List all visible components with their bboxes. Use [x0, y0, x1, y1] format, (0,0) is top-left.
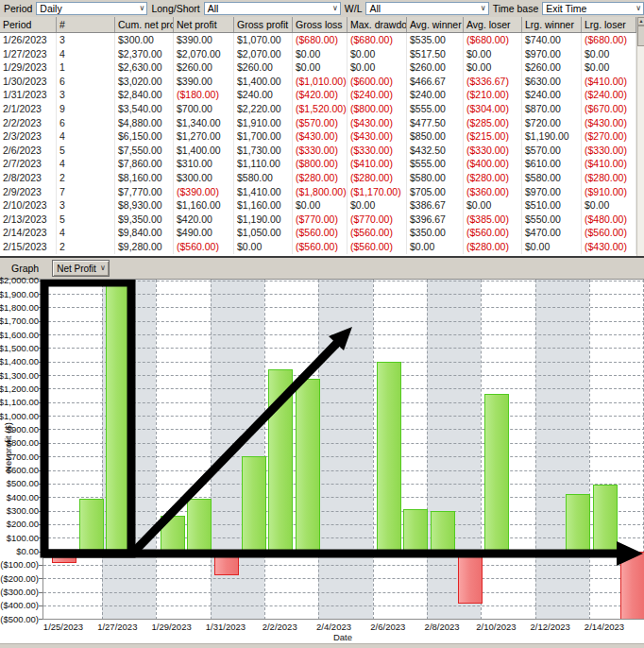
- column-header-avg-winner[interactable]: Avg. winner: [407, 17, 464, 32]
- table-row[interactable]: 2/9/20237$7,770.00($390.00)$1,410.00($1,…: [0, 185, 644, 199]
- table-row[interactable]: 1/26/20233$300.00$390.00$1,070.00($680.0…: [0, 33, 644, 47]
- table-cell: $550.00: [522, 213, 582, 227]
- table-cell: $420.00: [174, 213, 234, 227]
- table-cell: $1,400.00: [174, 144, 234, 158]
- net-profit-bar[interactable]: [458, 552, 483, 605]
- net-profit-bar[interactable]: [431, 511, 455, 552]
- scroll-up-icon[interactable]: ▲: [637, 17, 644, 26]
- table-cell: $517.50: [407, 47, 464, 61]
- table-cell: ($360.00): [464, 185, 522, 199]
- table-row[interactable]: 2/6/20235$7,550.00$1,400.00$1,730.00($33…: [0, 144, 644, 158]
- column-header-lrg-loser[interactable]: Lrg. loser: [582, 17, 636, 32]
- column-header-max-drawdow[interactable]: Max. drawdow: [347, 17, 407, 32]
- window-bottom-edge: [0, 643, 644, 648]
- chevron-down-icon: ∨: [636, 5, 641, 12]
- y-axis-tick-label: $1,000.00: [0, 411, 39, 421]
- column-header-net-profit[interactable]: Net profit: [174, 17, 234, 32]
- table-row[interactable]: 1/27/20234$2,370.00$2,070.00$2,070.00$0.…: [0, 47, 644, 61]
- y-axis-tick-label: $100.00: [0, 533, 39, 543]
- column-header-avg-loser[interactable]: Avg. loser: [464, 17, 522, 32]
- table-cell: 2/3/2023: [0, 129, 57, 144]
- table-cell: $470.00: [522, 226, 582, 240]
- net-profit-chart: Net profit ($) $2,000.00$1,900.00$1,800.…: [0, 280, 644, 643]
- column-header-lrg-winner[interactable]: Lrg. winner: [522, 17, 582, 32]
- table-row[interactable]: 2/13/20235$9,350.00$420.00$1,190.00($770…: [0, 213, 644, 227]
- table-row[interactable]: 2/8/20232$8,160.00$300.00$580.00($280.00…: [0, 171, 644, 185]
- table-cell: ($1,170.00): [347, 185, 407, 199]
- y-axis-tick-label: $400.00: [0, 492, 39, 503]
- horizontal-gridline: [43, 307, 644, 308]
- table-cell: ($670.00): [582, 102, 636, 116]
- net-profit-bar[interactable]: [566, 494, 590, 551]
- period-select[interactable]: Daily ∨: [36, 2, 147, 15]
- table-row[interactable]: 2/7/20234$7,860.00$310.00$1,110.00($800.…: [0, 157, 644, 171]
- table-cell: ($430.00): [347, 129, 407, 144]
- table-cell: 2/13/2023: [0, 213, 57, 227]
- table-cell: 1: [57, 60, 115, 75]
- table-row[interactable]: 2/1/20239$3,540.00$700.00$2,220.00($1,52…: [0, 102, 644, 116]
- table-cell: $0.00: [582, 198, 636, 213]
- table-cell: $0.00: [234, 240, 293, 254]
- net-profit-bar[interactable]: [161, 516, 185, 551]
- table-cell: $432.50: [407, 144, 464, 158]
- net-profit-bar[interactable]: [214, 552, 239, 576]
- scrollbar-thumb[interactable]: [637, 26, 644, 46]
- y-axis-tick-label: ($200.00): [0, 573, 39, 584]
- vertical-gridline: [156, 280, 157, 620]
- table-row[interactable]: 2/2/20236$4,880.00$1,340.00$1,910.00($57…: [0, 116, 644, 130]
- y-axis-tick-label: $300.00: [0, 505, 39, 516]
- table-cell: $9,840.00: [115, 226, 174, 240]
- net-profit-bar[interactable]: [620, 552, 644, 620]
- table-cell: $240.00: [407, 88, 464, 102]
- table-cell: ($400.00): [464, 157, 522, 171]
- table-row[interactable]: 1/31/20233$2,840.00($180.00)$240.00($420…: [0, 88, 644, 102]
- timebase-select[interactable]: Exit Time ∨: [542, 2, 644, 15]
- table-cell: ($1,010.00): [293, 75, 347, 89]
- table-cell: $240.00: [234, 88, 293, 102]
- column-header-[interactable]: #: [57, 17, 115, 32]
- table-cell: $1,070.00: [234, 33, 293, 47]
- net-profit-bar[interactable]: [593, 485, 618, 551]
- longshort-select[interactable]: All ∨: [204, 2, 341, 15]
- table-cell: ($770.00): [347, 213, 407, 227]
- table-cell: ($180.00): [174, 88, 234, 102]
- table-row[interactable]: 2/14/20234$9,840.00$490.00$1,050.00($560…: [0, 226, 644, 240]
- column-header-cum-net-profi[interactable]: Cum. net profi: [115, 17, 174, 32]
- column-header-gross-profit[interactable]: Gross profit: [234, 17, 293, 32]
- net-profit-bar[interactable]: [106, 280, 130, 552]
- table-row[interactable]: 2/10/20233$8,930.00$1,160.00$1,160.00$0.…: [0, 198, 644, 213]
- chevron-down-icon: ∨: [140, 5, 145, 12]
- y-axis-tick-label: $1,200.00: [0, 384, 39, 394]
- vertical-gridline: [264, 280, 265, 620]
- column-header-period[interactable]: Period: [0, 17, 57, 32]
- graph-type-select[interactable]: Net Profit ∨: [52, 260, 110, 277]
- table-cell: $580.00: [522, 171, 582, 185]
- net-profit-bar[interactable]: [79, 499, 104, 552]
- table-row[interactable]: 1/29/20231$2,630.00$260.00$260.00$0.00$0…: [0, 60, 644, 75]
- wl-select[interactable]: All ∨: [365, 2, 488, 15]
- table-scrollbar[interactable]: ▲: [636, 17, 644, 256]
- column-header-gross-loss[interactable]: Gross loss: [293, 17, 347, 32]
- net-profit-bar[interactable]: [187, 499, 212, 552]
- table-cell: 2/7/2023: [0, 157, 57, 171]
- table-cell: $0.00: [293, 60, 347, 75]
- net-profit-bar[interactable]: [268, 369, 293, 551]
- net-profit-bar[interactable]: [484, 394, 509, 551]
- table-cell: ($336.67): [464, 75, 522, 89]
- table-row[interactable]: 1/30/20236$3,020.00$390.00$1,400.00($1,0…: [0, 75, 644, 89]
- net-profit-bar[interactable]: [242, 456, 266, 551]
- table-row[interactable]: 2/15/20232$9,280.00($560.00)$0.00($560.0…: [0, 240, 644, 254]
- table-cell: ($280.00): [464, 240, 522, 254]
- net-profit-bar[interactable]: [377, 362, 401, 552]
- x-axis-tick-label: 2/14/2023: [576, 622, 633, 632]
- table-cell: ($430.00): [293, 129, 347, 144]
- net-profit-bar[interactable]: [296, 379, 320, 551]
- filter-toolbar: Period Daily ∨ Long/Short All ∨ W/L All …: [0, 0, 644, 18]
- table-cell: 3: [57, 33, 115, 47]
- chevron-down-icon: ∨: [100, 264, 106, 272]
- graph-label: Graph: [11, 263, 39, 274]
- table-row[interactable]: 2/3/20234$6,150.00$1,270.00$1,700.00($43…: [0, 129, 644, 144]
- table-cell: $555.00: [407, 157, 464, 171]
- net-profit-bar[interactable]: [52, 552, 76, 564]
- net-profit-bar[interactable]: [403, 509, 428, 551]
